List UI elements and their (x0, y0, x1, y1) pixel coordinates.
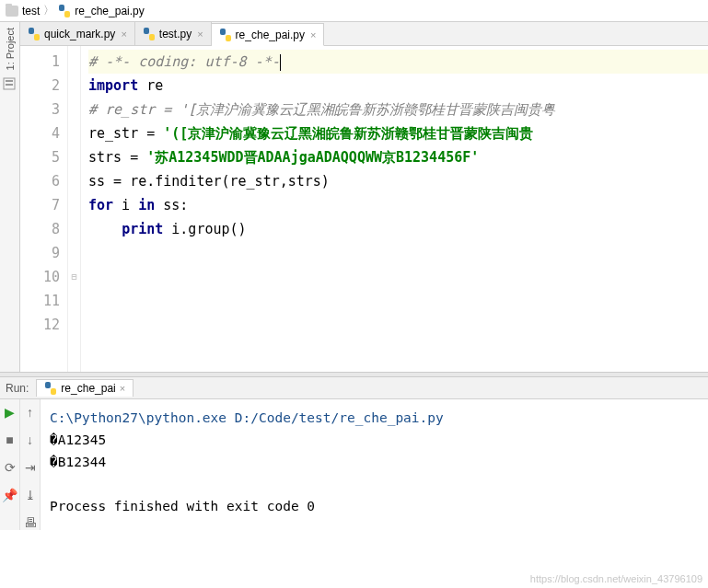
python-file-icon (58, 5, 71, 17)
breadcrumb-folder[interactable]: test (6, 5, 40, 17)
code-line[interactable]: # re_str = '[京津沪渝冀豫云辽黑湘皖鲁新苏浙赣鄂桂甘晋蒙陕吉闽贵粤 (88, 98, 708, 121)
breadcrumb: test 〉 re_che_pai.py (0, 0, 708, 22)
svg-rect-11 (45, 382, 51, 388)
console-output[interactable]: C:\Python27\python.exe D:/Code/test/re_c… (41, 399, 708, 530)
rerun-icon[interactable]: ▶ (3, 405, 17, 420)
python-file-icon (28, 28, 41, 40)
svg-rect-3 (6, 80, 13, 82)
chevron-right-icon: 〉 (43, 3, 54, 18)
svg-rect-0 (59, 5, 64, 11)
code-line[interactable]: print i.group() (88, 217, 708, 241)
code-line[interactable]: # -*- coding: utf-8 -*- (88, 50, 708, 74)
code-line[interactable]: for i in ss: (88, 193, 708, 217)
code-line[interactable]: re_str = '([京津沪渝冀豫云辽黑湘皖鲁新苏浙赣鄂桂甘晋蒙陕吉闽贵 (88, 121, 708, 145)
stop-icon[interactable]: ■ (3, 432, 17, 447)
tab-label: quick_mark.py (44, 28, 115, 40)
code-line[interactable]: ss = re.finditer(re_str,strs) (88, 169, 708, 193)
close-icon[interactable]: × (197, 29, 203, 40)
svg-rect-1 (64, 11, 70, 17)
code-editor[interactable]: # -*- coding: utf-8 -*-import re# re_str… (81, 46, 708, 372)
svg-rect-10 (226, 35, 231, 41)
print-icon[interactable]: 🖶 (23, 515, 38, 530)
editor-tab[interactable]: quick_mark.py× (20, 22, 135, 45)
svg-rect-5 (29, 28, 34, 34)
svg-rect-9 (220, 29, 226, 35)
console-line: �A12345 (50, 432, 106, 447)
line-number-gutter: 123456789101112 (20, 46, 68, 372)
code-line[interactable]: strs = '苏A12345WDD晋ADAAjgaADAQQQWW京B1234… (88, 145, 708, 169)
soft-wrap-icon[interactable]: ⇥ (23, 460, 38, 475)
tab-label: re_che_pai.py (236, 29, 305, 41)
project-tool-label: 1: Project (5, 28, 16, 70)
scroll-end-icon[interactable]: ⤓ (23, 488, 38, 502)
run-tab[interactable]: re_che_pai × (36, 379, 133, 397)
code-line[interactable]: import re (88, 74, 708, 98)
restart-icon[interactable]: ⟳ (3, 460, 17, 475)
project-tool-strip[interactable]: 1: Project (0, 22, 20, 372)
structure-icon[interactable] (3, 77, 17, 92)
python-file-icon (219, 29, 232, 41)
pin-icon[interactable]: 📌 (3, 488, 17, 502)
editor-tab[interactable]: re_che_pai.py× (212, 23, 325, 46)
svg-rect-7 (144, 28, 149, 34)
breadcrumb-folder-label: test (22, 5, 40, 17)
console-line: �B12344 (50, 455, 106, 469)
svg-rect-8 (149, 34, 155, 40)
editor-tab[interactable]: test.py× (135, 22, 212, 45)
folder-icon (6, 6, 18, 17)
python-file-icon (44, 382, 57, 395)
run-label: Run: (6, 382, 29, 395)
editor-tabs: quick_mark.py×test.py×re_che_pai.py× (20, 22, 708, 46)
up-arrow-icon[interactable]: ↑ (23, 405, 38, 420)
down-arrow-icon[interactable]: ↓ (23, 432, 38, 447)
svg-rect-4 (6, 84, 13, 86)
run-panel-header: Run: re_che_pai × (0, 377, 708, 399)
close-icon[interactable]: × (121, 29, 126, 40)
watermark: https://blog.csdn.net/weixin_43796109 (530, 573, 702, 584)
console-command: C:\Python27\python.exe D:/Code/test/re_c… (50, 410, 444, 425)
run-toolbar-secondary: ↑ ↓ ⇥ ⤓ 🖶 (20, 399, 41, 530)
breadcrumb-file-label: re_che_pai.py (75, 5, 144, 17)
breadcrumb-file[interactable]: re_che_pai.py (58, 5, 144, 17)
run-toolbar-primary: ▶ ■ ⟳ 📌 (0, 399, 20, 530)
svg-rect-12 (51, 388, 56, 395)
svg-rect-6 (34, 34, 40, 40)
console-exit-line: Process finished with exit code 0 (50, 499, 315, 513)
close-icon[interactable]: × (120, 383, 125, 394)
fold-column: ⊟ (68, 46, 81, 372)
close-icon[interactable]: × (310, 29, 316, 40)
tab-label: test.py (159, 28, 192, 40)
python-file-icon (143, 28, 156, 40)
run-tab-label: re_che_pai (61, 382, 115, 395)
